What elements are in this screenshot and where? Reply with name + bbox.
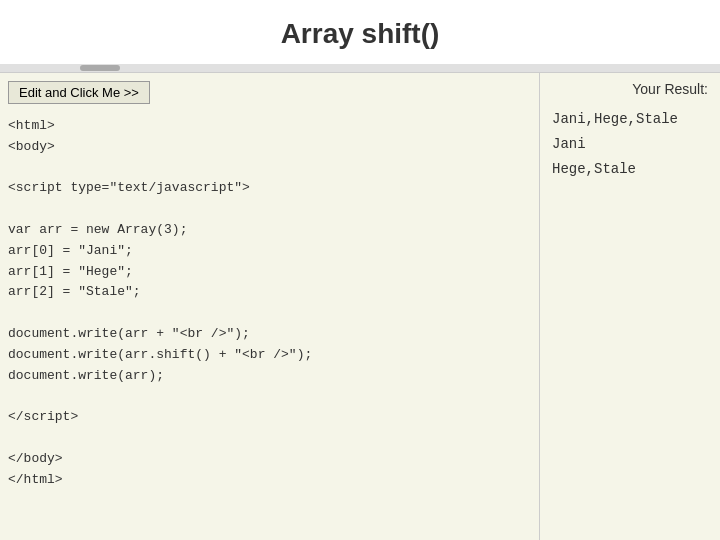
right-panel: Your Result: Jani,Hege,Stale Jani Hege,S…: [540, 73, 720, 540]
page-title: Array shift(): [0, 0, 720, 64]
main-content: Edit and Click Me >> Your Result: Jani,H…: [0, 72, 720, 540]
left-panel: Edit and Click Me >>: [0, 73, 540, 540]
result-label: Your Result:: [552, 81, 708, 97]
code-editor[interactable]: [8, 116, 531, 534]
scrollbar-thumb[interactable]: [80, 65, 120, 71]
edit-click-button[interactable]: Edit and Click Me >>: [8, 81, 150, 104]
result-output: Jani,Hege,Stale Jani Hege,Stale: [552, 107, 708, 183]
result-line-1: Jani,Hege,Stale: [552, 107, 708, 132]
result-line-3: Hege,Stale: [552, 157, 708, 182]
scrollbar-area: [0, 64, 720, 72]
result-line-2: Jani: [552, 132, 708, 157]
